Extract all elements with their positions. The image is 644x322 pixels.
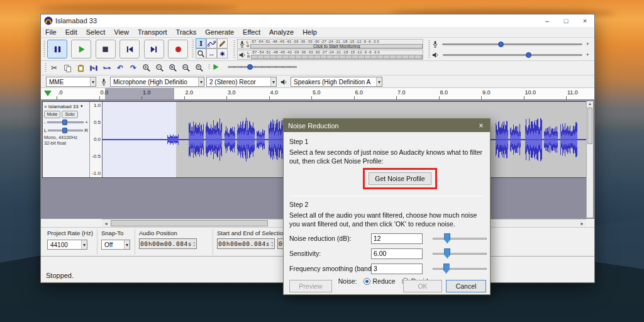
menu-help[interactable]: Help (298, 28, 321, 36)
draw-tool-button[interactable] (217, 38, 228, 48)
recording-volume[interactable]: + (432, 39, 589, 49)
recording-device-select[interactable]: Microphone (High Definitio ▾ (110, 77, 204, 87)
zoom-toggle-button[interactable] (194, 62, 205, 74)
spinner-down-icon[interactable]: ▾ (193, 244, 196, 247)
skip-to-start-button[interactable] (119, 40, 140, 58)
frequency-smoothing-thumb[interactable] (443, 264, 450, 274)
paste-button[interactable] (75, 62, 86, 74)
solo-button[interactable]: Solo (62, 111, 78, 118)
recording-meter[interactable]: LR -57 -54 -51 -48 -45 -42 -39 -36 -33 -… (237, 39, 423, 49)
trim-audio-button[interactable] (88, 62, 99, 74)
dialog-title: Noise Reduction (288, 122, 339, 130)
noise-reduction-input[interactable] (371, 233, 423, 244)
timeline-cursor-icon[interactable] (44, 91, 52, 96)
horizontal-scroll-thumb[interactable] (111, 220, 268, 226)
menu-tracks[interactable]: Tracks (172, 28, 201, 36)
preview-button[interactable]: Preview (289, 280, 332, 292)
timeline-ruler[interactable]: .00.01.02.03.04.05.06.07.08.09.010.011.0 (41, 88, 594, 100)
envelope-tool-button[interactable] (206, 38, 217, 48)
selection-start-field[interactable]: 00h00m00.084s ▴▾ (217, 238, 275, 249)
scroll-left-icon[interactable]: ◂ (102, 219, 110, 227)
record-icon (174, 45, 183, 54)
menu-effect[interactable]: Effect (238, 28, 265, 36)
menu-analyze[interactable]: Analyze (265, 28, 298, 36)
cut-button[interactable]: ✂ (48, 62, 60, 74)
ok-button[interactable]: OK (403, 280, 442, 292)
selection-start-value: 00h00m00.084s (218, 240, 270, 247)
menu-select[interactable]: Select (82, 28, 110, 36)
play-speed-thumb[interactable] (247, 64, 253, 70)
skip-to-end-button[interactable] (144, 40, 164, 58)
zoom-out-button[interactable] (154, 62, 165, 74)
fit-project-button[interactable] (180, 62, 192, 74)
maximize-button[interactable]: □ (557, 14, 575, 27)
pause-button[interactable] (47, 40, 67, 58)
pan-slider[interactable] (48, 130, 83, 131)
snap-to-select[interactable]: Off ▾ (101, 240, 130, 250)
zoom-in-button[interactable] (141, 62, 152, 74)
play-at-speed-icon[interactable] (212, 63, 220, 71)
copy-button[interactable] (62, 62, 73, 74)
multi-tool-button[interactable]: ∗ (217, 48, 228, 58)
playback-volume[interactable]: + (432, 50, 589, 60)
sensitivity-thumb[interactable] (444, 248, 450, 258)
playback-meter[interactable]: LR -57 -54 -51 -48 -45 -42 -39 -36 -33 -… (237, 50, 423, 60)
pencil-icon (219, 40, 226, 47)
project-rate-select[interactable]: 44100 ▾ (47, 240, 87, 250)
menu-file[interactable]: File (41, 28, 61, 36)
spinner-down-icon[interactable]: ▾ (271, 244, 274, 247)
track-close-button[interactable]: × (44, 104, 47, 109)
audio-host-select[interactable]: MME ▾ (46, 77, 96, 87)
playback-volume-thumb[interactable] (526, 52, 531, 58)
meter-toolbar: LR -57 -54 -51 -48 -45 -42 -39 -36 -33 -… (237, 39, 423, 60)
cancel-button[interactable]: Cancel (446, 280, 486, 292)
sensitivity-input[interactable] (371, 248, 423, 259)
dialog-close-button[interactable]: × (472, 119, 490, 132)
audio-position-field[interactable]: 00h00m00.084s ▴▾ (139, 238, 197, 249)
stop-button[interactable] (96, 40, 116, 58)
vertical-scrollbar[interactable]: ▴ (586, 101, 593, 218)
recording-volume-thumb[interactable] (498, 42, 504, 47)
play-button[interactable] (71, 40, 91, 58)
menu-generate[interactable]: Generate (201, 28, 238, 36)
annotation-highlight-box: Get Noise Profile (363, 168, 437, 189)
get-noise-profile-button[interactable]: Get Noise Profile (369, 172, 431, 185)
record-button[interactable] (168, 40, 188, 58)
dialog-title-bar[interactable]: Noise Reduction × (284, 119, 490, 132)
noise-reduction-slider[interactable] (433, 233, 487, 244)
playback-volume-slider[interactable] (443, 54, 582, 56)
scroll-up-icon[interactable]: ▴ (587, 101, 593, 106)
mute-button[interactable]: Mute (44, 111, 60, 118)
pan-thumb[interactable] (62, 128, 67, 133)
cloud (38, 4, 239, 11)
selection-tool-button[interactable]: I (196, 38, 206, 48)
recording-channels-select[interactable]: 2 (Stereo) Recor ▾ (206, 77, 277, 87)
zoom-tool-button[interactable] (196, 48, 206, 58)
playback-device-select[interactable]: Speakers (High Definition A ▾ (291, 77, 382, 87)
gain-thumb[interactable] (62, 119, 67, 125)
play-speed-slider[interactable] (228, 66, 297, 68)
silence-audio-button[interactable] (101, 62, 113, 74)
gain-plus-label: + (85, 119, 88, 125)
gain-slider[interactable] (47, 121, 84, 123)
undo-button[interactable]: ↶ (114, 62, 126, 74)
menu-transport[interactable]: Transport (133, 28, 172, 36)
recording-volume-slider[interactable] (442, 43, 582, 45)
timeline-selection-band (105, 88, 174, 99)
title-bar[interactable]: Islamabad 33 – □ × (41, 14, 594, 27)
track-menu-arrow-icon[interactable]: ▼ (80, 104, 84, 108)
menu-edit[interactable]: Edit (61, 28, 82, 36)
scroll-right-icon[interactable]: ▸ (578, 219, 586, 227)
frequency-smoothing-slider[interactable] (433, 263, 487, 274)
frequency-smoothing-input[interactable] (371, 264, 423, 274)
menu-view[interactable]: View (109, 28, 133, 36)
minimize-button[interactable]: – (538, 14, 557, 27)
close-button[interactable]: × (575, 14, 594, 27)
noise-reduction-thumb[interactable] (444, 233, 450, 243)
sensitivity-slider[interactable] (433, 248, 487, 259)
timeshift-tool-button[interactable]: ↔ (206, 48, 217, 58)
fit-selection-button[interactable] (167, 62, 179, 74)
reduce-radio[interactable]: Reduce (364, 277, 396, 285)
vertical-scroll-thumb[interactable] (587, 108, 592, 144)
redo-button[interactable]: ↷ (128, 62, 139, 74)
